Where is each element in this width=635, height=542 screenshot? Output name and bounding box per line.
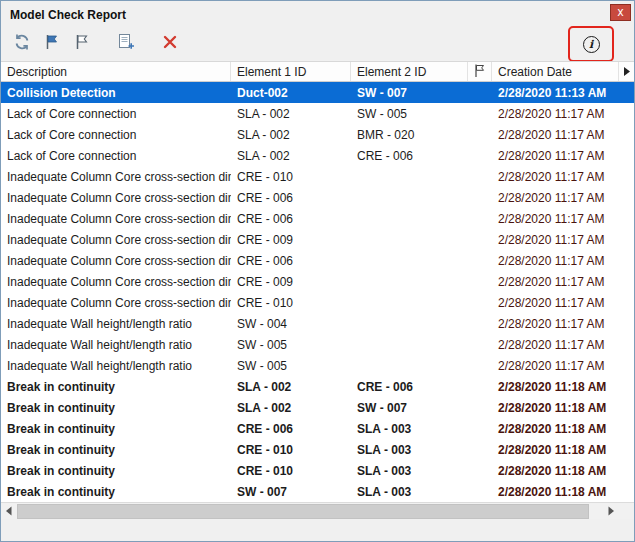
cell-element1-id: SLA - 002 [231,149,351,163]
cell-description: Break in continuity [1,380,231,394]
cell-creation-date: 2/28/2020 11:17 AM [492,254,619,268]
flag-icon [474,64,485,80]
cell-element2-id: SW - 007 [351,401,468,415]
cell-element1-id: CRE - 009 [231,233,351,247]
cell-description: Inadequate Column Core cross-section dim… [1,296,231,310]
cell-element1-id: CRE - 010 [231,464,351,478]
cell-creation-date: 2/28/2020 11:18 AM [492,485,619,499]
cell-description: Inadequate Column Core cross-section dim… [1,233,231,247]
report-rows: Collision DetectionDuct-002SW - 0072/28/… [1,82,634,502]
cell-creation-date: 2/28/2020 11:17 AM [492,191,619,205]
info-button[interactable]: i [578,31,604,57]
table-row[interactable]: Inadequate Column Core cross-section dim… [1,292,634,313]
cell-creation-date: 2/28/2020 11:17 AM [492,107,619,121]
cell-element1-id: CRE - 006 [231,422,351,436]
header-scroll-strip [619,62,634,81]
cell-description: Inadequate Column Core cross-section dim… [1,191,231,205]
cell-element1-id: SW - 005 [231,359,351,373]
bottom-filler [1,519,634,541]
cell-element2-id: SLA - 003 [351,464,468,478]
cell-creation-date: 2/28/2020 11:17 AM [492,149,619,163]
column-header-element2[interactable]: Element 2 ID [351,62,468,81]
cell-description: Inadequate Column Core cross-section dim… [1,254,231,268]
table-row[interactable]: Break in continuityCRE - 010SLA - 0032/2… [1,439,634,460]
check-model-icon [13,33,31,55]
table-row[interactable]: Inadequate Column Core cross-section dim… [1,229,634,250]
column-header-element1[interactable]: Element 1 ID [231,62,351,81]
column-header-description[interactable]: Description [1,62,231,81]
scroll-right-icon[interactable] [603,503,619,519]
check-model-button[interactable] [9,31,35,57]
horizontal-scrollbar[interactable] [1,502,634,519]
table-row[interactable]: Break in continuityCRE - 010SLA - 0032/2… [1,460,634,481]
table-row[interactable]: Collision DetectionDuct-002SW - 0072/28/… [1,82,634,103]
cell-element2-id: SW - 005 [351,107,468,121]
cell-creation-date: 2/28/2020 11:18 AM [492,464,619,478]
flag-icon [43,33,61,55]
cell-element2-id: BMR - 020 [351,128,468,142]
table-row[interactable]: Inadequate Column Core cross-section dim… [1,166,634,187]
table-header: Description Element 1 ID Element 2 ID Cr… [1,62,634,82]
cell-description: Break in continuity [1,464,231,478]
flag-button[interactable] [39,31,65,57]
cell-description: Collision Detection [1,86,231,100]
scroll-left-icon[interactable] [1,503,17,519]
cell-element1-id: CRE - 006 [231,212,351,226]
table-row[interactable]: Break in continuitySW - 007SLA - 0032/28… [1,481,634,502]
cell-creation-date: 2/28/2020 11:18 AM [492,380,619,394]
cell-description: Break in continuity [1,485,231,499]
cell-description: Lack of Core connection [1,107,231,121]
cell-creation-date: 2/28/2020 11:17 AM [492,317,619,331]
table-row[interactable]: Lack of Core connectionSLA - 002SW - 005… [1,103,634,124]
table-row[interactable]: Inadequate Wall height/length ratioSW - … [1,355,634,376]
cell-element1-id: Duct-002 [231,86,351,100]
cell-element1-id: SLA - 002 [231,401,351,415]
cell-description: Inadequate Column Core cross-section dim… [1,170,231,184]
cell-element1-id: CRE - 006 [231,191,351,205]
cell-creation-date: 2/28/2020 11:17 AM [492,338,619,352]
cell-creation-date: 2/28/2020 11:17 AM [492,359,619,373]
new-report-button[interactable] [113,31,139,57]
cell-element1-id: SW - 004 [231,317,351,331]
cell-description: Break in continuity [1,422,231,436]
unflag-button[interactable] [69,31,95,57]
close-button[interactable]: x [610,4,631,21]
table-row[interactable]: Inadequate Column Core cross-section dim… [1,208,634,229]
delete-icon [162,34,178,54]
cell-element1-id: CRE - 009 [231,275,351,289]
table-row[interactable]: Inadequate Column Core cross-section dim… [1,187,634,208]
cell-creation-date: 2/28/2020 11:18 AM [492,422,619,436]
cell-element1-id: CRE - 010 [231,170,351,184]
cell-creation-date: 2/28/2020 11:17 AM [492,233,619,247]
table-row[interactable]: Lack of Core connectionSLA - 002BMR - 02… [1,124,634,145]
table-row[interactable]: Break in continuityCRE - 006SLA - 0032/2… [1,418,634,439]
flag-column-header[interactable] [468,62,492,81]
cell-creation-date: 2/28/2020 11:13 AM [492,86,619,100]
table-row[interactable]: Break in continuitySLA - 002CRE - 0062/2… [1,376,634,397]
cell-creation-date: 2/28/2020 11:17 AM [492,128,619,142]
table-row[interactable]: Lack of Core connectionSLA - 002CRE - 00… [1,145,634,166]
cell-creation-date: 2/28/2020 11:17 AM [492,170,619,184]
cell-element2-id: SLA - 003 [351,485,468,499]
cell-element1-id: SLA - 002 [231,107,351,121]
table-row[interactable]: Inadequate Column Core cross-section dim… [1,250,634,271]
cell-element1-id: SW - 005 [231,338,351,352]
resize-corner [619,503,634,519]
cell-description: Inadequate Wall height/length ratio [1,338,231,352]
cell-element1-id: SLA - 002 [231,380,351,394]
cell-description: Inadequate Column Core cross-section dim… [1,212,231,226]
cell-description: Inadequate Wall height/length ratio [1,317,231,331]
cell-description: Inadequate Wall height/length ratio [1,359,231,373]
column-header-creation-date[interactable]: Creation Date [492,62,619,81]
close-icon: x [618,5,624,19]
table-row[interactable]: Inadequate Column Core cross-section dim… [1,271,634,292]
window-title: Model Check Report [10,8,630,22]
delete-button[interactable] [157,31,183,57]
cell-element2-id: CRE - 006 [351,149,468,163]
table-row[interactable]: Inadequate Wall height/length ratioSW - … [1,313,634,334]
table-row[interactable]: Inadequate Wall height/length ratioSW - … [1,334,634,355]
cell-creation-date: 2/28/2020 11:18 AM [492,401,619,415]
header-scroll-right-icon[interactable] [623,65,631,79]
table-row[interactable]: Break in continuitySLA - 002SW - 0072/28… [1,397,634,418]
scroll-thumb[interactable] [17,504,589,519]
